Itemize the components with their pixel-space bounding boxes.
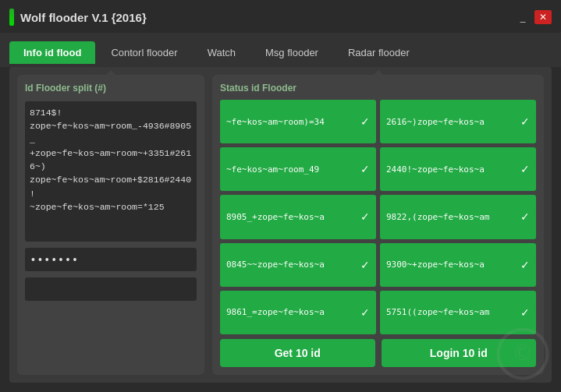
tab-watch[interactable]: Watch — [194, 41, 250, 64]
status-text-8: 9861_=zope~fe~kos~a — [226, 307, 357, 317]
check-icon-5: ✓ — [520, 210, 530, 223]
login-10-id-button[interactable]: Login 10 id — [382, 339, 537, 367]
check-icon-6: ✓ — [360, 259, 370, 271]
status-text-3: 2440!~zope~fe~kos~a — [386, 164, 517, 175]
status-item: 2440!~zope~fe~kos~a ✓ — [380, 147, 536, 191]
status-item: 5751((zope~fe~kos~am ✓ — [380, 291, 536, 334]
status-text-6: 0845~~zope~fe~kos~a — [226, 260, 357, 270]
check-icon-0: ✓ — [360, 115, 370, 128]
status-text-5: 9822,(zope~fe~kos~am — [386, 212, 517, 222]
status-text-2: ~fe~kos~am~room_49 — [226, 164, 357, 175]
check-icon-4: ✓ — [360, 210, 370, 223]
status-grid: ~fe~kos~am~room)=34 ✓ 2616~)zope~fe~kos~… — [220, 100, 536, 334]
check-icon-7: ✓ — [520, 259, 530, 271]
status-item: 9300~+zope~fe~kos~a ✓ — [380, 243, 536, 287]
status-text-0: ~fe~kos~am~room)=34 — [226, 117, 357, 127]
title-controls: _ ✕ — [514, 10, 552, 24]
left-panel-title: Id Flooder split (#) — [25, 83, 197, 94]
tab-msg-flooder[interactable]: Msg flooder — [251, 41, 332, 64]
check-icon-8: ✓ — [360, 306, 370, 319]
status-item: 0845~~zope~fe~kos~a ✓ — [220, 243, 376, 287]
tab-info-id-flood[interactable]: Info id flood — [9, 41, 95, 64]
status-item: 2616~)zope~fe~kos~a ✓ — [380, 100, 536, 143]
status-item: ~fe~kos~am~room_49 ✓ — [220, 147, 376, 191]
status-text-4: 8905_+zope~fe~kos~a — [226, 212, 357, 222]
status-text-1: 2616~)zope~fe~kos~a — [386, 117, 517, 127]
title-bar-left: Wolf flooder V.1 {2016} — [9, 9, 147, 26]
status-item: 8905_+zope~fe~kos~a ✓ — [220, 195, 376, 238]
tab-bar: Info id flood Contorl flooder Watch Msg … — [0, 33, 561, 67]
close-button[interactable]: ✕ — [534, 10, 552, 24]
get-10-id-button[interactable]: Get 10 id — [220, 339, 375, 367]
status-text-9: 5751((zope~fe~kos~am — [386, 307, 517, 317]
check-icon-9: ✓ — [520, 306, 530, 319]
main-content: Id Flooder split (#) 8714$! zope~fe~kos~… — [9, 67, 552, 383]
check-icon-1: ✓ — [520, 115, 530, 128]
wolf-icon — [9, 9, 14, 26]
tab-radar-flooder[interactable]: Radar flooder — [334, 41, 424, 64]
app-title: Wolf flooder V.1 {2016} — [20, 11, 147, 24]
right-panel-title: Status id Flooder — [220, 83, 536, 94]
minimize-button[interactable]: _ — [514, 10, 531, 24]
id-flooder-textarea[interactable]: 8714$! zope~fe~kos~am~room_-4936#8905_ +… — [25, 101, 197, 242]
status-text-7: 9300~+zope~fe~kos~a — [386, 260, 517, 270]
left-panel: Id Flooder split (#) 8714$! zope~fe~kos~… — [17, 75, 204, 375]
check-icon-3: ✓ — [520, 163, 530, 175]
status-item: 9861_=zope~fe~kos~a ✓ — [220, 291, 376, 334]
status-item: 9822,(zope~fe~kos~am ✓ — [380, 195, 536, 238]
title-bar: Wolf flooder V.1 {2016} _ ✕ — [0, 0, 561, 33]
action-buttons: Get 10 id Login 10 id — [220, 339, 536, 367]
password-input[interactable] — [25, 248, 197, 271]
country-input[interactable]: usa — [25, 277, 197, 301]
check-icon-2: ✓ — [360, 163, 370, 175]
status-item: ~fe~kos~am~room)=34 ✓ — [220, 100, 376, 143]
right-panel: Status id Flooder ~fe~kos~am~room)=34 ✓ … — [212, 75, 544, 375]
tab-control-flooder[interactable]: Contorl flooder — [97, 41, 191, 64]
